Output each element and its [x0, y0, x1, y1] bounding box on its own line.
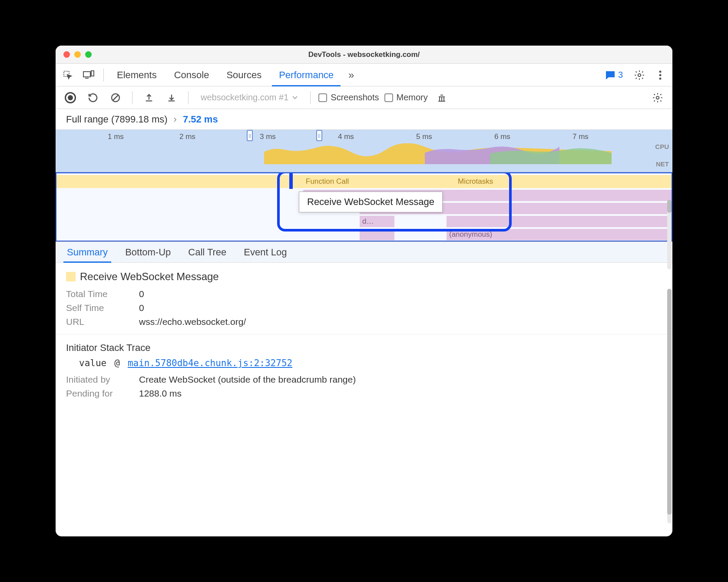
- memory-checkbox[interactable]: Memory: [384, 93, 428, 103]
- cpu-label: CPU: [655, 143, 669, 150]
- svg-line-9: [113, 95, 118, 100]
- initiated-by-label: Initiated by: [66, 374, 131, 385]
- flame-tooltip: Receive WebSocket Message: [299, 192, 443, 212]
- selection-marker: [289, 173, 293, 189]
- self-time-value: 0: [139, 303, 144, 313]
- clear-button[interactable]: [107, 89, 124, 106]
- initiated-by-value: Create WebSocket (outside of the breadcr…: [139, 374, 356, 385]
- kebab-menu-icon[interactable]: [652, 66, 669, 84]
- stack-fn: value: [79, 358, 106, 368]
- overview-handle-left[interactable]: ||: [247, 130, 253, 141]
- profile-select[interactable]: websocketking.com #1: [196, 93, 302, 103]
- flame-bar-function-call[interactable]: Function Call: [303, 175, 455, 188]
- record-button[interactable]: [62, 89, 79, 106]
- svg-rect-1: [83, 72, 90, 77]
- divider: [103, 69, 104, 82]
- overview-tick: 3 ms: [260, 132, 276, 141]
- flame-bar-anonymous[interactable]: (anonymous): [447, 229, 672, 240]
- summary-event-name: Receive WebSocket Message: [80, 271, 219, 283]
- flame-bar-microtasks[interactable]: Microtasks: [455, 175, 551, 188]
- self-time-label: Self Time: [66, 303, 131, 313]
- divider: [132, 91, 132, 104]
- dtab-summary[interactable]: Summary: [63, 242, 111, 262]
- stack-trace-title: Initiator Stack Trace: [66, 342, 662, 354]
- checkbox-icon: [318, 93, 327, 102]
- time-breadcrumb: Full range (7899.18 ms) › 7.52 ms: [56, 109, 672, 130]
- svg-point-5: [659, 70, 662, 73]
- divider: [188, 91, 189, 104]
- inspect-element-icon[interactable]: [59, 66, 76, 84]
- download-profile-icon[interactable]: [163, 89, 180, 106]
- overview-tick: 2 ms: [179, 132, 195, 141]
- stack-link[interactable]: main.5780db4e.chunk.js:2:32752: [128, 358, 292, 368]
- tab-performance[interactable]: Performance: [272, 64, 341, 86]
- overview-tick: 5 ms: [416, 132, 432, 141]
- scrollbar-thumb[interactable]: [667, 200, 672, 213]
- overview-handle-right[interactable]: ||: [316, 130, 322, 141]
- reload-button[interactable]: [84, 89, 102, 106]
- details-tabs: Summary Bottom-Up Call Tree Event Log: [56, 242, 672, 263]
- maximize-window-button[interactable]: [85, 51, 92, 58]
- overview-tick: 1 ms: [108, 132, 124, 141]
- summary-pane: Receive WebSocket Message Total Time 0 S…: [56, 263, 672, 536]
- messages-count: 3: [618, 70, 623, 80]
- flame-bar-row5a[interactable]: [360, 229, 394, 240]
- chevron-right-icon: ›: [174, 114, 177, 125]
- collect-garbage-icon[interactable]: [433, 89, 450, 106]
- profile-label: websocketking.com #1: [201, 93, 288, 103]
- capture-settings-icon[interactable]: [649, 89, 666, 106]
- event-color-swatch: [66, 272, 76, 281]
- titlebar: DevTools - websocketking.com/: [56, 46, 672, 64]
- close-window-button[interactable]: [63, 51, 70, 58]
- checkbox-icon: [384, 93, 393, 102]
- breadcrumb-full-range[interactable]: Full range (7899.18 ms): [66, 114, 168, 125]
- url-label: URL: [66, 317, 131, 327]
- minimize-window-button[interactable]: [74, 51, 81, 58]
- svg-point-10: [656, 96, 659, 99]
- summary-event-title: Receive WebSocket Message: [66, 271, 662, 283]
- pending-for-value: 1288.0 ms: [139, 388, 182, 399]
- breadcrumb-selected[interactable]: 7.52 ms: [183, 114, 218, 125]
- svg-point-6: [659, 74, 662, 76]
- overview-tick: 6 ms: [494, 132, 510, 141]
- traffic-lights: [63, 51, 92, 58]
- scrollbar-thumb[interactable]: [667, 289, 672, 515]
- total-time-value: 0: [139, 289, 144, 299]
- overview-strip[interactable]: 1 ms 2 ms 3 ms 4 ms 5 ms 6 ms 7 ms CPU N…: [56, 130, 672, 172]
- flame-chart[interactable]: 0.6 ms 3100.8 ms 3101.0 ms 3101.2 ms 310…: [56, 172, 672, 242]
- dtab-call-tree[interactable]: Call Tree: [185, 242, 230, 262]
- tab-sources[interactable]: Sources: [219, 64, 268, 86]
- divider: [56, 334, 672, 334]
- dtab-event-log[interactable]: Event Log: [240, 242, 290, 262]
- upload-profile-icon[interactable]: [140, 89, 158, 106]
- screenshots-checkbox[interactable]: Screenshots: [318, 93, 379, 103]
- settings-icon[interactable]: [631, 66, 648, 84]
- tooltip-text: Receive WebSocket Message: [307, 196, 434, 207]
- overview-tick: 4 ms: [338, 132, 354, 141]
- devtools-window: DevTools - websocketking.com/ Elements C…: [56, 46, 672, 536]
- tab-elements[interactable]: Elements: [110, 64, 164, 86]
- overview-cpu-chart: [56, 143, 646, 164]
- divider: [310, 91, 311, 104]
- more-tabs-button[interactable]: »: [344, 69, 358, 81]
- flame-bar-d[interactable]: d…: [360, 216, 394, 227]
- svg-rect-3: [91, 71, 94, 76]
- svg-point-4: [638, 73, 641, 76]
- main-tabs-row: Elements Console Sources Performance » 3: [56, 64, 672, 86]
- flame-bar-row4b[interactable]: [447, 216, 672, 227]
- chevron-down-icon: [292, 96, 298, 100]
- flame-scrollbar[interactable]: [667, 200, 672, 269]
- window-title: DevTools - websocketking.com/: [56, 50, 672, 59]
- memory-label: Memory: [397, 93, 428, 103]
- tab-console[interactable]: Console: [167, 64, 216, 86]
- total-time-label: Total Time: [66, 289, 131, 299]
- dtab-bottom-up[interactable]: Bottom-Up: [122, 242, 174, 262]
- stack-at: @: [114, 358, 120, 368]
- svg-point-7: [659, 77, 662, 79]
- pending-for-label: Pending for: [66, 388, 131, 399]
- performance-toolbar: websocketking.com #1 Screenshots Memory: [56, 86, 672, 109]
- summary-scrollbar[interactable]: [667, 289, 672, 523]
- overview-tick: 7 ms: [572, 132, 589, 141]
- messages-badge[interactable]: 3: [601, 70, 627, 80]
- device-toggle-icon[interactable]: [80, 66, 97, 84]
